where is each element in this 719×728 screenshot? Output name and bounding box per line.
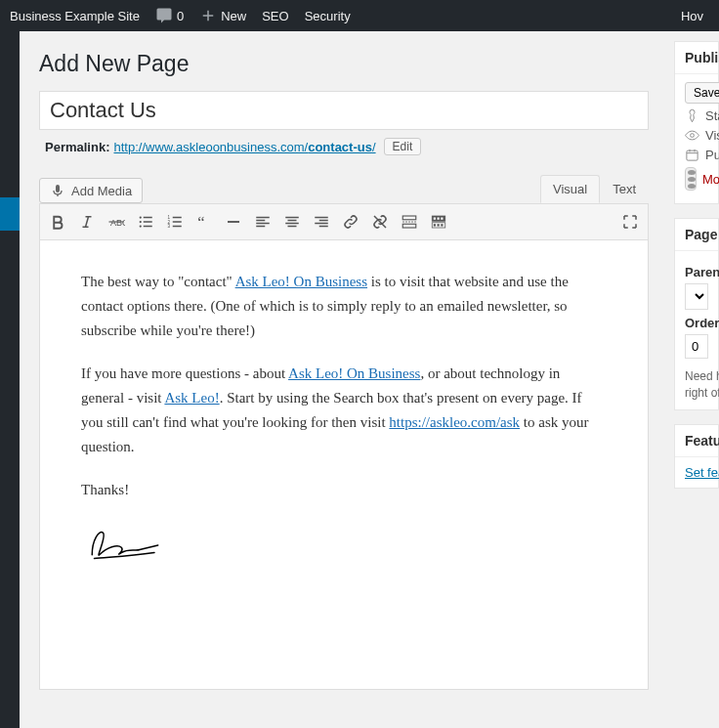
comment-icon [155, 7, 173, 24]
content-link-askurl[interactable]: https://askleo.com/ask [389, 414, 520, 430]
italic-icon [78, 213, 96, 231]
comment-count: 0 [177, 9, 184, 23]
right-sidebar: Publish Save D Sta Vis Pu Mo [668, 31, 719, 728]
permalink-label: Permalink: [45, 140, 109, 154]
align-center-button[interactable] [278, 208, 306, 236]
save-draft-button[interactable]: Save D [685, 82, 719, 104]
admin-bar-security[interactable]: Security [297, 0, 359, 31]
align-center-icon [283, 213, 301, 231]
svg-text:ABC: ABC [110, 218, 125, 228]
ol-icon: 123 [166, 213, 184, 231]
svg-rect-16 [434, 224, 436, 226]
strike-button[interactable]: ABC [103, 208, 130, 236]
parent-select[interactable]: (no p [685, 283, 708, 310]
svg-rect-17 [438, 224, 440, 226]
permalink-row: Permalink: http://www.askleoonbusiness.c… [39, 130, 649, 167]
editor-tabs: Visual Text [540, 175, 649, 203]
publish-date-row[interactable]: Pu [685, 148, 708, 162]
page-heading: Add New Page [39, 51, 649, 77]
hr-icon [225, 213, 242, 231]
ol-button[interactable]: 123 [161, 208, 189, 236]
status-row[interactable]: Sta [685, 108, 708, 123]
seo-row[interactable]: Mo [685, 167, 708, 191]
admin-bar-new[interactable]: New [191, 0, 254, 31]
ul-button[interactable] [132, 208, 159, 236]
editor-content[interactable]: The best way to "contact" Ask Leo! On Bu… [39, 240, 649, 690]
svg-rect-8 [402, 216, 416, 220]
toolbar-toggle-icon [430, 213, 447, 231]
edit-slug-button[interactable]: Edit [384, 138, 422, 155]
tab-text[interactable]: Text [600, 175, 649, 203]
readmore-button[interactable] [396, 208, 423, 236]
admin-bar-seo[interactable]: SEO [254, 0, 296, 31]
fullscreen-icon [621, 213, 639, 231]
order-input[interactable] [685, 334, 708, 359]
bold-icon [49, 213, 66, 231]
publish-box-title: Publish [675, 42, 718, 74]
admin-bar-site[interactable]: Business Example Site [2, 0, 148, 31]
align-left-icon [254, 213, 272, 231]
set-featured-link[interactable]: Set fea [685, 465, 719, 480]
align-right-button[interactable] [308, 208, 335, 236]
new-label: New [221, 9, 246, 23]
add-media-button[interactable]: Add Media [39, 178, 143, 203]
link-icon [342, 213, 360, 231]
order-label: Order [685, 316, 708, 330]
svg-point-19 [691, 134, 695, 138]
svg-rect-18 [441, 224, 443, 226]
toolbar-toggle-button[interactable] [425, 208, 452, 236]
svg-rect-14 [441, 218, 443, 220]
signature-image [81, 522, 169, 566]
seo-traffic-icon [685, 167, 697, 191]
calendar-icon [685, 148, 699, 162]
svg-text:“: “ [197, 213, 204, 231]
ul-icon [137, 213, 154, 231]
featured-image-title: Featu [675, 425, 718, 457]
align-left-button[interactable] [249, 208, 276, 236]
plus-icon [199, 7, 217, 24]
unlink-icon [371, 213, 389, 231]
admin-bar: Business Example Site 0 New SEO Security… [0, 0, 719, 31]
svg-point-1 [140, 216, 142, 218]
help-text-2: right of [685, 385, 708, 402]
unlink-button[interactable] [366, 208, 394, 236]
editor-toolbar: ABC 123 “ [39, 203, 649, 240]
svg-rect-13 [438, 218, 440, 220]
strike-icon: ABC [107, 213, 125, 231]
eye-icon [685, 128, 699, 143]
pin-icon [685, 108, 699, 123]
add-media-label: Add Media [71, 184, 132, 198]
content-link-askleo[interactable]: Ask Leo! [164, 390, 219, 406]
publish-box: Publish Save D Sta Vis Pu Mo [674, 41, 719, 204]
readmore-icon [401, 213, 418, 231]
svg-rect-20 [687, 150, 698, 160]
fullscreen-button[interactable] [616, 208, 644, 236]
admin-bar-comments[interactable]: 0 [148, 0, 191, 31]
permalink-link[interactable]: http://www.askleoonbusiness.com/contact-… [113, 140, 375, 154]
bold-button[interactable] [44, 208, 71, 236]
help-text-1: Need h [685, 368, 708, 385]
featured-image-box: Featu Set fea [674, 424, 719, 489]
svg-text:3: 3 [168, 224, 171, 229]
page-title-input[interactable] [39, 91, 649, 130]
admin-bar-help[interactable]: Hov [673, 0, 711, 31]
italic-button[interactable] [73, 208, 101, 236]
link-button[interactable] [337, 208, 364, 236]
quote-button[interactable]: “ [190, 208, 218, 236]
parent-label: Parent [685, 265, 708, 279]
hr-button[interactable] [220, 208, 247, 236]
svg-rect-9 [402, 224, 416, 228]
content-paragraph-3: Thanks! [81, 478, 607, 502]
page-attributes-box: Page A Parent (no p Order Need h right o… [674, 218, 719, 410]
main-column: Add New Page Permalink: http://www.askle… [20, 31, 668, 728]
quote-icon: “ [195, 213, 213, 231]
content-paragraph-2: If you have more questions - about Ask L… [81, 362, 607, 458]
visibility-row[interactable]: Vis [685, 128, 708, 143]
content-link-alb2[interactable]: Ask Leo! On Business [288, 365, 420, 381]
tab-visual[interactable]: Visual [540, 175, 600, 203]
left-sidebar [0, 31, 20, 728]
align-right-icon [313, 213, 330, 231]
content-link-alb1[interactable]: Ask Leo! On Business [235, 274, 367, 289]
svg-point-2 [140, 221, 142, 223]
page-attributes-title: Page A [675, 219, 718, 251]
